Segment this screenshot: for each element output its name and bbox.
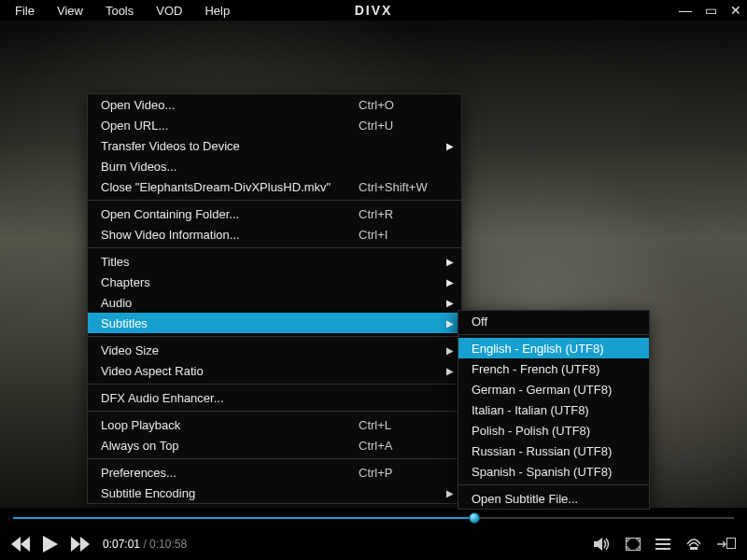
ctx-dfx[interactable]: DFX Audio Enhancer... bbox=[88, 387, 461, 408]
transport-controls bbox=[11, 536, 90, 553]
menu-separator bbox=[458, 484, 649, 485]
submenu-arrow-icon: ▶ bbox=[446, 257, 454, 267]
ctx-shortcut: Ctrl+L bbox=[359, 418, 452, 432]
ctx-label: Burn Videos... bbox=[101, 160, 452, 174]
app-logo: DIVX bbox=[355, 3, 393, 18]
ctx-preferences[interactable]: Preferences... Ctrl+P bbox=[88, 462, 461, 483]
ctx-label: Video Size bbox=[101, 343, 452, 357]
svg-rect-1 bbox=[690, 547, 698, 550]
sub-spanish[interactable]: Spanish - Spanish (UTF8) bbox=[458, 461, 649, 482]
menu-help[interactable]: Help bbox=[193, 2, 241, 20]
menu-view[interactable]: View bbox=[46, 2, 94, 20]
ctx-label: Transfer Videos to Device bbox=[101, 139, 452, 153]
ctx-close-file[interactable]: Close "ElephantsDream-DivXPlusHD.mkv" Ct… bbox=[88, 176, 461, 197]
ctx-chapters[interactable]: Chapters ▶ bbox=[88, 272, 461, 292]
ctx-label: Audio bbox=[101, 296, 452, 310]
stream-button[interactable] bbox=[685, 538, 702, 551]
ctx-label: Loop Playback bbox=[101, 418, 359, 432]
right-toolbar bbox=[594, 537, 736, 552]
fullscreen-button[interactable] bbox=[626, 538, 641, 551]
ctx-aspect-ratio[interactable]: Video Aspect Ratio ▶ bbox=[88, 360, 461, 381]
rewind-button[interactable] bbox=[11, 537, 30, 552]
ctx-label: Chapters bbox=[101, 275, 452, 289]
ctx-label: Show Video Information... bbox=[101, 228, 359, 242]
ctx-label: Preferences... bbox=[101, 466, 359, 480]
sub-russian[interactable]: Russian - Russian (UTF8) bbox=[458, 441, 649, 461]
menu-separator bbox=[88, 384, 461, 385]
submenu-arrow-icon: ▶ bbox=[446, 298, 454, 308]
fast-forward-icon bbox=[71, 537, 90, 552]
play-button[interactable] bbox=[43, 536, 58, 553]
submenu-arrow-icon: ▶ bbox=[446, 141, 454, 151]
playlist-button[interactable] bbox=[655, 538, 670, 551]
ctx-subtitles[interactable]: Subtitles ▶ bbox=[88, 313, 461, 333]
ctx-label: Subtitles bbox=[101, 316, 452, 330]
menu-vod[interactable]: VOD bbox=[145, 2, 193, 20]
submenu-arrow-icon: ▶ bbox=[446, 318, 454, 329]
ctx-burn[interactable]: Burn Videos... bbox=[88, 156, 461, 176]
ctx-shortcut: Ctrl+O bbox=[359, 98, 452, 112]
ctx-shortcut: Ctrl+Shift+W bbox=[359, 180, 452, 194]
ctx-video-size[interactable]: Video Size ▶ bbox=[88, 340, 461, 360]
svg-rect-2 bbox=[727, 539, 736, 549]
ctx-subtitle-encoding[interactable]: Subtitle Encoding ▶ bbox=[88, 483, 461, 503]
sub-german[interactable]: German - German (UTF8) bbox=[458, 379, 649, 399]
playback-controls: 0:07:01 / 0:10:58 bbox=[0, 528, 747, 560]
ctx-transfer[interactable]: Transfer Videos to Device ▶ bbox=[88, 135, 461, 156]
ctx-label: Titles bbox=[101, 255, 452, 269]
ctx-shortcut: Ctrl+P bbox=[359, 466, 452, 480]
menu-file[interactable]: File bbox=[4, 2, 46, 20]
ctx-label: DFX Audio Enhancer... bbox=[101, 391, 452, 405]
ctx-label: Video Aspect Ratio bbox=[101, 364, 452, 378]
menubar: File View Tools VOD Help DIVX — ▭ ✕ bbox=[0, 0, 747, 21]
volume-icon bbox=[594, 537, 611, 552]
submenu-arrow-icon: ▶ bbox=[446, 488, 454, 498]
ctx-titles[interactable]: Titles ▶ bbox=[88, 251, 461, 272]
menu-separator bbox=[88, 200, 461, 201]
context-menu: Open Video... Ctrl+O Open URL... Ctrl+U … bbox=[87, 93, 462, 504]
menu-separator bbox=[88, 247, 461, 248]
ctx-open-url[interactable]: Open URL... Ctrl+U bbox=[88, 115, 461, 135]
maximize-button[interactable]: ▭ bbox=[705, 3, 717, 18]
ctx-open-video[interactable]: Open Video... Ctrl+O bbox=[88, 94, 461, 115]
sub-french[interactable]: French - French (UTF8) bbox=[458, 358, 649, 379]
cast-button[interactable] bbox=[717, 538, 736, 551]
sub-off[interactable]: Off bbox=[458, 311, 649, 331]
sub-open-file[interactable]: Open Subtitle File... bbox=[458, 488, 649, 509]
sub-italian[interactable]: Italian - Italian (UTF8) bbox=[458, 399, 649, 420]
ctx-always-on-top[interactable]: Always on Top Ctrl+A bbox=[88, 435, 461, 455]
minimize-button[interactable]: — bbox=[679, 3, 692, 18]
ctx-show-info[interactable]: Show Video Information... Ctrl+I bbox=[88, 224, 461, 245]
ctx-shortcut: Ctrl+I bbox=[359, 228, 452, 242]
ctx-label: Open URL... bbox=[101, 119, 359, 133]
ctx-audio[interactable]: Audio ▶ bbox=[88, 292, 461, 313]
time-total: 0:10:58 bbox=[149, 538, 187, 551]
ctx-shortcut: Ctrl+A bbox=[359, 439, 452, 453]
volume-button[interactable] bbox=[594, 537, 611, 552]
seek-remaining bbox=[474, 517, 734, 519]
rewind-icon bbox=[11, 537, 30, 552]
ctx-loop[interactable]: Loop Playback Ctrl+L bbox=[88, 414, 461, 435]
sub-english[interactable]: English - English (UTF8) bbox=[458, 338, 649, 358]
sub-polish[interactable]: Polish - Polish (UTF8) bbox=[458, 420, 649, 441]
seek-bar[interactable] bbox=[13, 511, 734, 525]
play-icon bbox=[43, 536, 58, 553]
playlist-icon bbox=[655, 538, 670, 551]
seek-thumb[interactable] bbox=[469, 512, 480, 524]
ctx-open-containing[interactable]: Open Containing Folder... Ctrl+R bbox=[88, 203, 461, 224]
menu-separator bbox=[88, 458, 461, 459]
ctx-label: Close "ElephantsDream-DivXPlusHD.mkv" bbox=[101, 180, 359, 194]
menu-separator bbox=[88, 411, 461, 412]
window-controls: — ▭ ✕ bbox=[679, 0, 741, 21]
menu-separator bbox=[88, 336, 461, 337]
submenu-arrow-icon: ▶ bbox=[446, 277, 454, 287]
stream-icon bbox=[685, 538, 702, 551]
fast-forward-button[interactable] bbox=[71, 537, 90, 552]
menu-tools[interactable]: Tools bbox=[94, 2, 145, 20]
submenu-arrow-icon: ▶ bbox=[446, 366, 454, 376]
close-button[interactable]: ✕ bbox=[730, 3, 741, 18]
cast-icon bbox=[717, 538, 736, 551]
ctx-shortcut: Ctrl+U bbox=[359, 119, 452, 133]
submenu-arrow-icon: ▶ bbox=[446, 345, 454, 356]
ctx-label: Open Video... bbox=[101, 98, 359, 112]
